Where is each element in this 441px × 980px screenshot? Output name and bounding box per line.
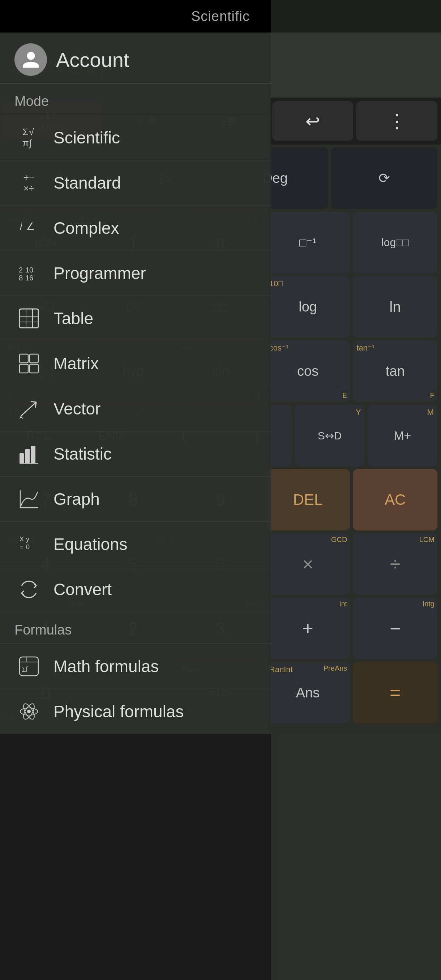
inverse-button[interactable]: □⁻¹ [266, 212, 350, 273]
menu-item-programmer[interactable]: 2 10 8 16 Programmer [0, 251, 271, 296]
matrix-icon [14, 349, 43, 378]
svg-rect-18 [25, 449, 30, 463]
formulas-header: Formulas [0, 612, 271, 644]
standard-label: Standard [54, 173, 121, 192]
convert-label: Convert [54, 580, 112, 599]
avatar [14, 43, 47, 76]
del-button[interactable]: DEL [266, 469, 350, 530]
svg-text:2: 2 [19, 266, 23, 274]
log-box-button[interactable]: log□□ [353, 212, 438, 273]
svg-text:i: i [20, 221, 22, 232]
more-icon: ⋮ [387, 110, 406, 132]
ans-button[interactable]: RanInt Ans PreAns [266, 662, 350, 724]
tan-button[interactable]: tan⁻¹ tan F [353, 340, 438, 402]
complex-label: Complex [54, 218, 119, 238]
app-title: Scientific [191, 9, 250, 24]
more-button[interactable]: ⋮ [356, 101, 438, 141]
svg-point-31 [27, 710, 31, 713]
mplus-button[interactable]: M+ M [368, 405, 438, 466]
math-formula-icon: ∑∫ [14, 652, 43, 681]
svg-rect-17 [19, 453, 24, 463]
menu-item-math-formulas[interactable]: ∑∫ Math formulas [0, 644, 271, 689]
menu-item-physical-formulas[interactable]: Physical formulas [0, 689, 271, 734]
svg-text:∠: ∠ [26, 221, 35, 232]
atom-icon [14, 697, 43, 726]
graph-icon [14, 485, 43, 514]
svg-text:X: X [19, 536, 24, 543]
programmer-label: Programmer [54, 263, 146, 283]
minus-button[interactable]: Intg − [353, 598, 438, 659]
menu-item-matrix[interactable]: Matrix [0, 341, 271, 386]
menu-item-complex[interactable]: i ∠ Complex [0, 205, 271, 251]
multiply-button[interactable]: × GCD [266, 533, 350, 595]
cos-button[interactable]: cos⁻¹ cos E [266, 340, 350, 402]
svg-text:0: 0 [26, 544, 30, 551]
top-bar: Scientific [0, 0, 441, 32]
menu-item-table[interactable]: Table [0, 296, 271, 341]
menu-item-scientific[interactable]: Σ√ π∫ Scientific [0, 115, 271, 161]
math-formulas-label: Math formulas [54, 657, 159, 676]
svg-text:∑∫: ∑∫ [22, 666, 28, 672]
svg-rect-12 [30, 354, 38, 363]
menu-item-standard[interactable]: +− ×÷ Standard [0, 161, 271, 205]
svg-rect-11 [19, 354, 28, 363]
equations-label: Equations [54, 535, 127, 554]
svg-rect-13 [19, 364, 28, 373]
account-section[interactable]: Account [0, 32, 271, 83]
overlay-scroll[interactable]: Account Mode Σ√ π∫ Scientific +− ×÷ [0, 32, 271, 734]
table-label: Table [54, 309, 93, 328]
svg-text:10: 10 [25, 266, 33, 274]
svg-text:8: 8 [19, 274, 23, 282]
physical-formulas-label: Physical formulas [54, 702, 184, 721]
plusminus-icon: +− ×÷ [14, 169, 43, 197]
svg-rect-6 [19, 309, 38, 328]
menu-item-equations[interactable]: X y = 0 Equations [0, 522, 271, 567]
sigma-sqrt-icon: Σ√ π∫ [14, 123, 43, 152]
statistic-label: Statistic [54, 444, 112, 464]
ac-button[interactable]: AC [353, 469, 438, 530]
mode-header: Mode [0, 83, 271, 115]
statistic-icon [14, 439, 43, 468]
vector-icon: A [14, 394, 43, 423]
svg-line-15 [21, 402, 36, 416]
log-button[interactable]: 10□ log [266, 276, 350, 337]
overlay-menu: Account Mode Σ√ π∫ Scientific +− ×÷ [0, 32, 271, 734]
ln-button[interactable]: ln [353, 276, 438, 337]
programmer-icon: 2 10 8 16 [14, 259, 43, 288]
divide-button[interactable]: ÷ LCM [353, 533, 438, 595]
vector-label: Vector [54, 399, 100, 418]
svg-rect-19 [31, 446, 35, 463]
complex-icon: i ∠ [14, 213, 43, 242]
graph-label: Graph [54, 489, 100, 509]
menu-item-convert[interactable]: Convert [0, 567, 271, 612]
equations-icon: X y = 0 [14, 530, 43, 558]
plus-button[interactable]: int + [266, 598, 350, 659]
undo-button[interactable]: ↩ [272, 101, 353, 141]
scientific-label: Scientific [54, 128, 120, 148]
table-icon [14, 304, 43, 333]
history-button[interactable]: ⟳ [331, 148, 438, 209]
svg-text:16: 16 [25, 274, 33, 282]
equals-button[interactable]: = [353, 662, 438, 724]
sto-d-button[interactable]: S⇔D Y [295, 405, 365, 466]
menu-item-vector[interactable]: A Vector [0, 386, 271, 431]
svg-rect-14 [30, 364, 38, 373]
matrix-label: Matrix [54, 354, 99, 373]
account-title: Account [56, 48, 129, 72]
menu-item-statistic[interactable]: Statistic [0, 431, 271, 477]
svg-text:A: A [19, 414, 23, 420]
menu-item-graph[interactable]: Graph [0, 477, 271, 522]
convert-icon [14, 575, 43, 604]
svg-text:=: = [19, 544, 24, 551]
undo-icon: ↩ [306, 111, 320, 131]
svg-text:y: y [26, 536, 29, 543]
